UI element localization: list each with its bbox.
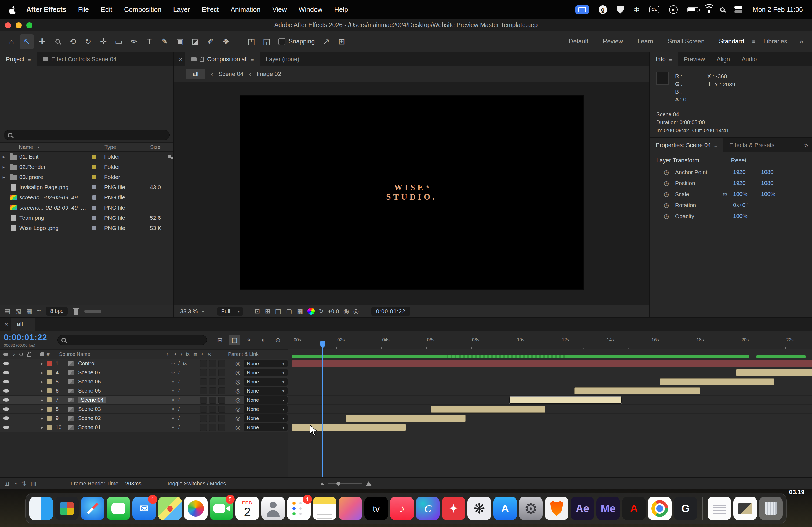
switch-cell[interactable]: [218, 396, 225, 404]
minimize-window-button[interactable]: [16, 22, 22, 28]
dock-finder[interactable]: [29, 497, 53, 520]
track-row[interactable]: [288, 395, 812, 405]
dock-gradient-app[interactable]: [338, 497, 362, 520]
region-of-interest-icon[interactable]: ▢: [286, 307, 292, 315]
dock-chatgpt[interactable]: ❋: [467, 497, 491, 520]
parent-pickwhip-icon[interactable]: ◎: [232, 379, 244, 385]
snowflake-icon[interactable]: ❄: [634, 5, 640, 14]
dock-facetime[interactable]: 5: [210, 497, 233, 520]
stopwatch-icon[interactable]: ◷: [664, 169, 675, 176]
switch-cell[interactable]: [200, 369, 207, 376]
switch-cell[interactable]: [209, 415, 216, 422]
shy-switch[interactable]: ✧: [171, 370, 175, 376]
project-bit-depth-button[interactable]: 8 bpc: [46, 307, 68, 316]
layer-expand-icon[interactable]: ▸: [38, 379, 47, 384]
dock-after-effects[interactable]: Ae: [570, 497, 594, 520]
workspace-review[interactable]: Review: [596, 38, 629, 45]
puppet-pin-tool[interactable]: ❖: [219, 34, 233, 49]
project-column-headers[interactable]: Name▲ Type Size: [0, 142, 173, 152]
pen-tool[interactable]: ✑: [127, 34, 141, 49]
layer-visibility-icon[interactable]: [3, 398, 9, 402]
parent-pickwhip-icon[interactable]: ◎: [232, 397, 244, 403]
spotlight-icon[interactable]: [720, 7, 725, 12]
quality-switch[interactable]: /: [178, 370, 180, 375]
timeline-track-area[interactable]: :00s02s04s06s08s10s12s14s16s18s20s22s: [288, 331, 812, 477]
layer-expand-icon[interactable]: ▸: [38, 398, 47, 403]
parent-link-dropdown[interactable]: None▾: [244, 387, 288, 395]
stopwatch-icon[interactable]: ◷: [664, 191, 675, 198]
shy-switch[interactable]: ✧: [171, 406, 175, 412]
tab-info[interactable]: Info≡: [650, 52, 678, 66]
layer-visibility-icon[interactable]: [3, 417, 9, 420]
workspace-libraries[interactable]: Libraries: [757, 38, 794, 45]
switch-cell[interactable]: [209, 378, 216, 385]
property-value[interactable]: 1920: [733, 169, 748, 176]
project-item-01-edit[interactable]: ▸01. EditFolder: [0, 152, 173, 162]
menu-window[interactable]: Window: [299, 6, 322, 13]
mask-visibility-icon[interactable]: ◱: [275, 307, 281, 315]
tab-properties[interactable]: Properties: Scene 04 ≡: [650, 138, 723, 152]
workspace-menu-icon[interactable]: ≡: [752, 39, 755, 45]
tab-project[interactable]: Project ≡: [0, 52, 37, 66]
layer-expand-icon[interactable]: ▸: [38, 425, 47, 430]
close-panel-icon[interactable]: ×: [174, 52, 185, 66]
composition-viewport[interactable]: WISE✳ STUDIO.: [174, 82, 649, 305]
reset-button[interactable]: Reset: [731, 157, 746, 164]
property-value[interactable]: 100%: [733, 191, 748, 197]
composition-stage[interactable]: WISE✳ STUDIO.: [240, 95, 583, 289]
timeline-bar-scene-04[interactable]: [509, 396, 622, 404]
workspace-default[interactable]: Default: [562, 38, 595, 45]
layer-row-scene-06[interactable]: ▸5Scene 06✧/◎None▾: [0, 377, 288, 387]
project-search-input[interactable]: [4, 130, 170, 140]
orbit-camera-tool[interactable]: ⟲: [66, 34, 80, 49]
layer-row-scene-07[interactable]: ▸4Scene 07✧/◎None▾: [0, 368, 288, 377]
quality-switch[interactable]: /: [178, 397, 180, 403]
item-name[interactable]: screenc...-02-02-09_49_42.png: [19, 194, 88, 201]
dock-reminders[interactable]: 1: [287, 497, 311, 520]
dock-calendar[interactable]: FEB2: [235, 497, 259, 520]
layer-visibility-icon[interactable]: [3, 371, 9, 374]
dock-maps[interactable]: [158, 497, 182, 520]
layer-label-swatch[interactable]: [47, 407, 52, 412]
layer-visibility-icon[interactable]: [3, 425, 9, 429]
parent-pickwhip-icon[interactable]: ◎: [232, 370, 244, 376]
parent-link-dropdown[interactable]: None▾: [244, 414, 288, 422]
grammarly-icon[interactable]: g: [598, 5, 607, 14]
more-panels-icon[interactable]: »: [801, 138, 812, 152]
stopwatch-icon[interactable]: ◷: [664, 213, 675, 220]
shy-switch[interactable]: ✧: [171, 361, 175, 366]
clone-stamp-tool[interactable]: ▣: [173, 34, 187, 49]
close-window-button[interactable]: [5, 22, 11, 28]
tab-align[interactable]: Align: [711, 52, 736, 66]
dock-mail[interactable]: ✉1: [132, 497, 156, 520]
property-value[interactable]: 1920: [733, 180, 748, 186]
timeline-bar-scene-07[interactable]: [736, 369, 812, 376]
layer-name[interactable]: Scene 05: [78, 388, 171, 394]
eraser-tool[interactable]: ◪: [188, 34, 202, 49]
menu-file[interactable]: File: [78, 6, 89, 13]
quality-switch[interactable]: /: [178, 361, 180, 366]
tab-layer-viewer[interactable]: Layer (none): [260, 52, 305, 66]
axis-mode-world-icon[interactable]: ◲: [259, 34, 274, 49]
color-management-icon[interactable]: [307, 307, 315, 315]
project-item-invisalign-page-png[interactable]: Invisalign Page.pngPNG file43.0: [0, 182, 173, 192]
track-row[interactable]: [288, 377, 812, 387]
property-value[interactable]: 1080: [761, 169, 776, 176]
panel-menu-icon[interactable]: ≡: [27, 56, 31, 62]
trash-icon[interactable]: [73, 307, 79, 315]
menu-view[interactable]: View: [272, 6, 287, 13]
tab-audio[interactable]: Audio: [736, 52, 763, 66]
shy-switch[interactable]: ✧: [171, 397, 175, 403]
dock-notes[interactable]: [313, 497, 336, 520]
render-time-pie-icon[interactable]: ◔: [13, 480, 17, 487]
menu-effect[interactable]: Effect: [202, 6, 219, 13]
label-color-swatch[interactable]: [92, 195, 97, 200]
label-color-swatch[interactable]: [92, 226, 97, 230]
panel-menu-icon[interactable]: ≡: [251, 56, 254, 62]
layer-expand-icon[interactable]: ▸: [38, 370, 47, 375]
rotation-tool[interactable]: ↻: [81, 34, 95, 49]
dock-launchpad[interactable]: [55, 497, 79, 520]
menu-help[interactable]: Help: [334, 6, 348, 13]
hide-shy-layers-icon[interactable]: ✧: [243, 335, 255, 345]
item-name[interactable]: 02.Render: [19, 164, 88, 170]
